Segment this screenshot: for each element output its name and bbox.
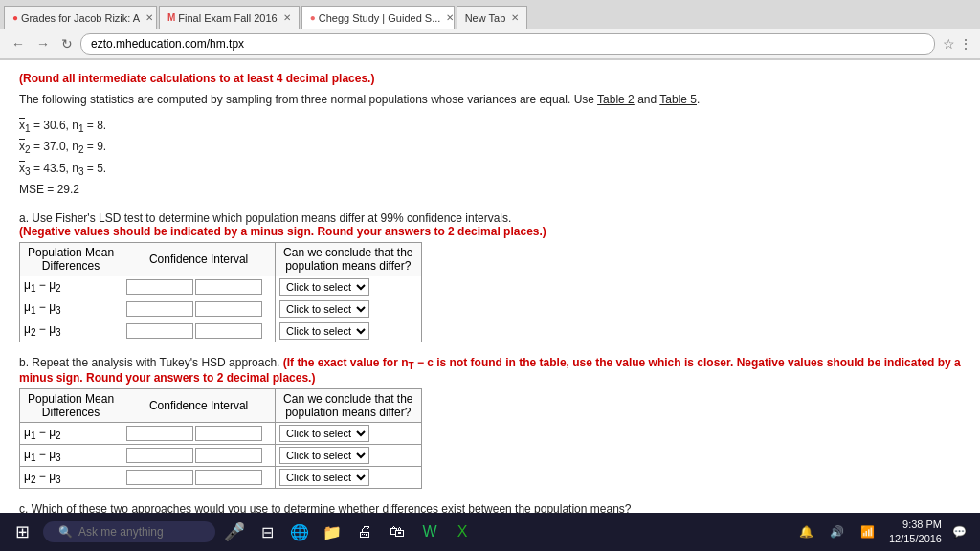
- taskbar: ⊞ 🔍 🎤 ⊟ 🌐 📁 🖨 🛍 W X 🔔 🔊 📶 9:38 PM 12/15/…: [0, 513, 980, 514]
- tab-final-close[interactable]: ✕: [283, 12, 291, 23]
- section-b: b. Repeat the analysis with Tukey's HSD …: [19, 356, 961, 489]
- refresh-button[interactable]: ↻: [57, 34, 77, 54]
- conclude-3b: Click to select Yes No: [276, 466, 421, 488]
- table-row: μ1 − μ2 Click to select Yes No: [20, 276, 422, 298]
- stat-mse: MSE = 29.2: [19, 180, 961, 199]
- ci-input-2b-right[interactable]: [195, 448, 262, 463]
- ci-inputs-3a: [122, 320, 276, 342]
- tab-grades[interactable]: ● Grades for Jacob Rizik: A ✕: [4, 6, 157, 29]
- ci-input-1a-right[interactable]: [195, 279, 262, 295]
- ci-input-1b-right[interactable]: [195, 426, 262, 441]
- tab-new-label: New Tab: [465, 12, 506, 24]
- ci-input-2a-left[interactable]: [126, 301, 193, 317]
- tab-bar: ● Grades for Jacob Rizik: A ✕ M Final Ex…: [0, 0, 980, 29]
- conclude-2a: Click to select Yes No: [276, 298, 421, 320]
- tab-new[interactable]: New Tab ✕: [457, 6, 528, 29]
- diff-label-1b: μ1 − μ2: [20, 422, 122, 444]
- conclude-2b: Click to select Yes No: [276, 444, 421, 466]
- ci-inputs-2a: [122, 298, 276, 320]
- tab-grades-close[interactable]: ✕: [145, 12, 153, 23]
- stat-2: x2 = 37.0, n2 = 9.: [19, 137, 961, 158]
- tab-chegg-close[interactable]: ✕: [446, 12, 454, 23]
- col-header-conclude-b: Can we conclude that thepopulation means…: [276, 388, 421, 422]
- ci-input-3b-right[interactable]: [195, 470, 262, 485]
- ci-input-3a-left[interactable]: [126, 323, 193, 339]
- section-b-label: b. Repeat the analysis with Tukey's HSD …: [19, 356, 961, 385]
- tab-final[interactable]: M Final Exam Fall 2016 ✕: [159, 6, 300, 29]
- tab-chegg-label: Chegg Study | Guided S...: [319, 12, 441, 24]
- url-input[interactable]: [80, 33, 935, 55]
- section-b-table: Population MeanDifferences Confidence In…: [19, 388, 422, 489]
- conclude-select-3a[interactable]: Click to select Yes No: [279, 322, 369, 340]
- conclude-select-3b[interactable]: Click to select Yes No: [279, 469, 369, 486]
- ci-input-2a-right[interactable]: [195, 301, 262, 317]
- stat-3: x3 = 43.5, n3 = 5.: [19, 159, 961, 180]
- table-row: μ1 − μ3 Click to select Yes No: [20, 444, 422, 466]
- conclude-1a: Click to select Yes No: [276, 276, 421, 298]
- browser-chrome: ● Grades for Jacob Rizik: A ✕ M Final Ex…: [0, 0, 980, 60]
- page-content: (Round all intermediate calculations to …: [0, 60, 980, 514]
- diff-label-2a: μ1 − μ3: [20, 298, 122, 320]
- diff-label-1a: μ1 − μ2: [20, 276, 122, 298]
- ci-input-1a-left[interactable]: [126, 279, 193, 295]
- section-a-label: a. Use Fisher's LSD test to determine wh…: [19, 211, 961, 238]
- tab-final-label: Final Exam Fall 2016: [178, 12, 277, 24]
- col-header-conclude-a: Can we conclude that thepopulation means…: [276, 242, 421, 276]
- col-header-diff-b: Population MeanDifferences: [20, 388, 122, 422]
- tab-chegg[interactable]: ● Chegg Study | Guided S... ✕: [301, 6, 455, 29]
- col-header-ci-a: Confidence Interval: [122, 242, 276, 276]
- ci-inputs-3b: [122, 466, 276, 488]
- table-row: μ2 − μ3 Click to select Yes No: [20, 320, 422, 342]
- section-a-table: Population MeanDifferences Confidence In…: [19, 242, 422, 342]
- instruction-text: (Round all intermediate calculations to …: [19, 72, 961, 85]
- address-bar: ← → ↻ ☆ ⋮: [0, 29, 980, 59]
- intro-text: The following statistics are computed by…: [19, 93, 961, 106]
- conclude-3a: Click to select Yes No: [276, 320, 421, 342]
- stat-1: x1 = 30.6, n1 = 8.: [19, 116, 961, 137]
- conclude-select-1a[interactable]: Click to select Yes No: [279, 278, 369, 296]
- table-row: μ2 − μ3 Click to select Yes No: [20, 466, 422, 488]
- diff-label-3b: μ2 − μ3: [20, 466, 122, 488]
- ci-input-3b-left[interactable]: [126, 470, 193, 485]
- ci-inputs-2b: [122, 444, 276, 466]
- ci-input-1b-left[interactable]: [126, 426, 193, 441]
- table-row: μ1 − μ3 Click to select Yes No: [20, 298, 422, 320]
- stats-block: x1 = 30.6, n1 = 8. x2 = 37.0, n2 = 9. x3…: [19, 116, 961, 200]
- conclude-select-2b[interactable]: Click to select Yes No: [279, 447, 369, 464]
- conclude-select-1b[interactable]: Click to select Yes No: [279, 425, 369, 442]
- back-button[interactable]: ←: [8, 34, 29, 54]
- diff-label-2b: μ1 − μ3: [20, 444, 122, 466]
- more-icon[interactable]: ⋮: [959, 36, 972, 52]
- ci-inputs-1b: [122, 422, 276, 444]
- ci-input-3a-right[interactable]: [195, 323, 262, 339]
- diff-label-3a: μ2 − μ3: [20, 320, 122, 342]
- forward-button[interactable]: →: [33, 34, 54, 54]
- conclude-select-2a[interactable]: Click to select Yes No: [279, 300, 369, 318]
- col-header-ci-b: Confidence Interval: [122, 388, 276, 422]
- ci-input-2b-left[interactable]: [126, 448, 193, 463]
- tab-grades-label: Grades for Jacob Rizik: A: [21, 12, 140, 24]
- tab-new-close[interactable]: ✕: [511, 12, 519, 23]
- section-a: a. Use Fisher's LSD test to determine wh…: [19, 211, 961, 342]
- ci-inputs-1a: [122, 276, 276, 298]
- bookmark-icon[interactable]: ☆: [943, 36, 955, 52]
- table-row: μ1 − μ2 Click to select Yes No: [20, 422, 422, 444]
- conclude-1b: Click to select Yes No: [276, 422, 421, 444]
- col-header-diff-a: Population MeanDifferences: [20, 242, 122, 276]
